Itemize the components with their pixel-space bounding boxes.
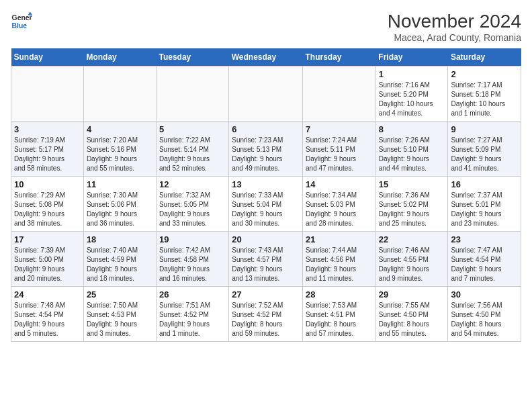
day-number: 10 <box>14 179 81 189</box>
calendar-cell: 10Sunrise: 7:29 AM Sunset: 5:08 PM Dayli… <box>11 177 84 232</box>
day-info: Sunrise: 7:17 AM Sunset: 5:18 PM Dayligh… <box>451 81 518 118</box>
day-info: Sunrise: 7:52 AM Sunset: 4:52 PM Dayligh… <box>232 301 300 338</box>
day-info: Sunrise: 7:29 AM Sunset: 5:08 PM Dayligh… <box>14 191 81 228</box>
week-row-2: 3Sunrise: 7:19 AM Sunset: 5:17 PM Daylig… <box>11 122 521 177</box>
day-info: Sunrise: 7:39 AM Sunset: 5:00 PM Dayligh… <box>14 246 81 283</box>
day-info: Sunrise: 7:55 AM Sunset: 4:50 PM Dayligh… <box>379 301 445 338</box>
day-number: 20 <box>232 234 300 244</box>
day-number: 23 <box>451 234 518 244</box>
week-row-4: 17Sunrise: 7:39 AM Sunset: 5:00 PM Dayli… <box>11 232 521 287</box>
calendar-cell: 3Sunrise: 7:19 AM Sunset: 5:17 PM Daylig… <box>11 122 84 177</box>
day-number: 26 <box>159 289 226 300</box>
calendar-cell: 1Sunrise: 7:16 AM Sunset: 5:20 PM Daylig… <box>375 66 448 122</box>
day-info: Sunrise: 7:27 AM Sunset: 5:09 PM Dayligh… <box>451 136 518 173</box>
day-number: 13 <box>232 179 300 189</box>
calendar-cell <box>229 66 303 122</box>
day-info: Sunrise: 7:50 AM Sunset: 4:53 PM Dayligh… <box>87 301 153 338</box>
day-number: 4 <box>87 124 153 134</box>
weekday-header-row: SundayMondayTuesdayWednesdayThursdayFrid… <box>11 48 521 66</box>
calendar-cell: 29Sunrise: 7:55 AM Sunset: 4:50 PM Dayli… <box>375 287 448 342</box>
calendar-cell: 19Sunrise: 7:42 AM Sunset: 4:58 PM Dayli… <box>156 232 228 287</box>
day-number: 6 <box>232 124 300 134</box>
day-info: Sunrise: 7:32 AM Sunset: 5:05 PM Dayligh… <box>159 191 226 228</box>
day-info: Sunrise: 7:56 AM Sunset: 4:50 PM Dayligh… <box>451 301 518 338</box>
day-number: 30 <box>451 289 518 300</box>
day-number: 19 <box>159 234 226 244</box>
day-number: 3 <box>14 124 81 134</box>
calendar-cell: 5Sunrise: 7:22 AM Sunset: 5:14 PM Daylig… <box>156 122 228 177</box>
day-number: 29 <box>379 289 445 300</box>
week-row-5: 24Sunrise: 7:48 AM Sunset: 4:54 PM Dayli… <box>11 287 521 342</box>
day-info: Sunrise: 7:53 AM Sunset: 4:51 PM Dayligh… <box>306 301 373 338</box>
logo: General Blue <box>11 11 32 32</box>
calendar-title: November 2024 <box>388 11 521 32</box>
calendar-cell: 12Sunrise: 7:32 AM Sunset: 5:05 PM Dayli… <box>156 177 228 232</box>
title-area: November 2024 Macea, Arad County, Romani… <box>388 11 521 43</box>
day-number: 18 <box>87 234 153 244</box>
calendar-cell: 4Sunrise: 7:20 AM Sunset: 5:16 PM Daylig… <box>83 122 156 177</box>
day-info: Sunrise: 7:51 AM Sunset: 4:52 PM Dayligh… <box>159 301 226 338</box>
calendar-cell: 6Sunrise: 7:23 AM Sunset: 5:13 PM Daylig… <box>229 122 303 177</box>
calendar-subtitle: Macea, Arad County, Romania <box>388 32 521 43</box>
weekday-header-monday: Monday <box>83 48 156 66</box>
day-info: Sunrise: 7:48 AM Sunset: 4:54 PM Dayligh… <box>14 301 81 338</box>
day-number: 25 <box>87 289 153 300</box>
day-number: 12 <box>159 179 226 189</box>
day-info: Sunrise: 7:42 AM Sunset: 4:58 PM Dayligh… <box>159 246 226 283</box>
day-number: 7 <box>306 124 373 134</box>
calendar-cell: 28Sunrise: 7:53 AM Sunset: 4:51 PM Dayli… <box>303 287 376 342</box>
calendar-cell: 7Sunrise: 7:24 AM Sunset: 5:11 PM Daylig… <box>303 122 376 177</box>
calendar-cell: 9Sunrise: 7:27 AM Sunset: 5:09 PM Daylig… <box>448 122 521 177</box>
calendar-cell <box>303 66 376 122</box>
calendar-cell: 8Sunrise: 7:26 AM Sunset: 5:10 PM Daylig… <box>375 122 448 177</box>
day-info: Sunrise: 7:46 AM Sunset: 4:55 PM Dayligh… <box>379 246 445 283</box>
day-info: Sunrise: 7:16 AM Sunset: 5:20 PM Dayligh… <box>379 81 445 118</box>
weekday-header-tuesday: Tuesday <box>156 48 228 66</box>
calendar-cell: 24Sunrise: 7:48 AM Sunset: 4:54 PM Dayli… <box>11 287 84 342</box>
calendar-cell: 2Sunrise: 7:17 AM Sunset: 5:18 PM Daylig… <box>448 66 521 122</box>
day-info: Sunrise: 7:20 AM Sunset: 5:16 PM Dayligh… <box>87 136 153 173</box>
svg-text:Blue: Blue <box>12 22 28 30</box>
day-number: 9 <box>451 124 518 134</box>
day-info: Sunrise: 7:34 AM Sunset: 5:03 PM Dayligh… <box>306 191 373 228</box>
day-info: Sunrise: 7:37 AM Sunset: 5:01 PM Dayligh… <box>451 191 518 228</box>
day-info: Sunrise: 7:47 AM Sunset: 4:54 PM Dayligh… <box>451 246 518 283</box>
day-number: 28 <box>306 289 373 300</box>
day-info: Sunrise: 7:44 AM Sunset: 4:56 PM Dayligh… <box>306 246 373 283</box>
calendar-cell <box>83 66 156 122</box>
day-number: 5 <box>159 124 226 134</box>
calendar-cell: 22Sunrise: 7:46 AM Sunset: 4:55 PM Dayli… <box>375 232 448 287</box>
day-number: 14 <box>306 179 373 189</box>
day-info: Sunrise: 7:40 AM Sunset: 4:59 PM Dayligh… <box>87 246 153 283</box>
day-number: 1 <box>379 69 445 79</box>
day-info: Sunrise: 7:22 AM Sunset: 5:14 PM Dayligh… <box>159 136 226 173</box>
calendar-cell: 16Sunrise: 7:37 AM Sunset: 5:01 PM Dayli… <box>448 177 521 232</box>
day-number: 15 <box>379 179 445 189</box>
day-info: Sunrise: 7:30 AM Sunset: 5:06 PM Dayligh… <box>87 191 153 228</box>
day-number: 27 <box>232 289 300 300</box>
day-info: Sunrise: 7:36 AM Sunset: 5:02 PM Dayligh… <box>379 191 445 228</box>
calendar-cell: 30Sunrise: 7:56 AM Sunset: 4:50 PM Dayli… <box>448 287 521 342</box>
day-info: Sunrise: 7:26 AM Sunset: 5:10 PM Dayligh… <box>379 136 445 173</box>
calendar-cell: 11Sunrise: 7:30 AM Sunset: 5:06 PM Dayli… <box>83 177 156 232</box>
calendar-cell: 14Sunrise: 7:34 AM Sunset: 5:03 PM Dayli… <box>303 177 376 232</box>
day-info: Sunrise: 7:33 AM Sunset: 5:04 PM Dayligh… <box>232 191 300 228</box>
day-number: 21 <box>306 234 373 244</box>
weekday-header-friday: Friday <box>375 48 448 66</box>
calendar-table: SundayMondayTuesdayWednesdayThursdayFrid… <box>11 48 521 342</box>
day-number: 17 <box>14 234 81 244</box>
day-info: Sunrise: 7:19 AM Sunset: 5:17 PM Dayligh… <box>14 136 81 173</box>
calendar-cell: 13Sunrise: 7:33 AM Sunset: 5:04 PM Dayli… <box>229 177 303 232</box>
week-row-3: 10Sunrise: 7:29 AM Sunset: 5:08 PM Dayli… <box>11 177 521 232</box>
day-number: 22 <box>379 234 445 244</box>
day-number: 8 <box>379 124 445 134</box>
calendar-cell: 21Sunrise: 7:44 AM Sunset: 4:56 PM Dayli… <box>303 232 376 287</box>
calendar-cell: 26Sunrise: 7:51 AM Sunset: 4:52 PM Dayli… <box>156 287 228 342</box>
calendar-cell: 20Sunrise: 7:43 AM Sunset: 4:57 PM Dayli… <box>229 232 303 287</box>
calendar-cell: 18Sunrise: 7:40 AM Sunset: 4:59 PM Dayli… <box>83 232 156 287</box>
weekday-header-saturday: Saturday <box>448 48 521 66</box>
calendar-cell: 17Sunrise: 7:39 AM Sunset: 5:00 PM Dayli… <box>11 232 84 287</box>
day-number: 2 <box>451 69 518 79</box>
calendar-header: SundayMondayTuesdayWednesdayThursdayFrid… <box>11 48 521 66</box>
calendar-cell: 15Sunrise: 7:36 AM Sunset: 5:02 PM Dayli… <box>375 177 448 232</box>
